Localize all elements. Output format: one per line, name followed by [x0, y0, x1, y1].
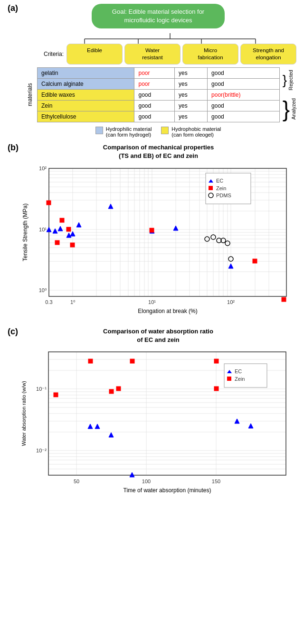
c-x-label: Time of water absorption (minutes)	[124, 487, 211, 494]
c-x-axis: 50 100 150	[74, 478, 220, 484]
section-a-label: (a)	[8, 4, 18, 12]
strength-val: good	[208, 101, 280, 111]
water-val: yes	[175, 101, 208, 111]
svg-text:50: 50	[74, 478, 79, 484]
table-row: Zein good yes good	[38, 101, 280, 111]
c-zein-point	[109, 389, 114, 394]
c-zein-point	[130, 359, 134, 363]
criteria-water: Waterresistant	[124, 44, 180, 64]
section-b-label: (b)	[8, 143, 19, 152]
c-legend-box	[224, 364, 267, 387]
zein-point	[150, 228, 154, 232]
materials-label: materials	[25, 67, 35, 122]
analyzed-label: Analyzed	[291, 98, 296, 120]
criteria-edible: Edible	[66, 44, 123, 64]
svg-text:150: 150	[212, 478, 220, 484]
zein-point	[47, 201, 51, 205]
svg-text:100: 100	[142, 478, 151, 484]
legend-hydrophilic: Hydrophilic material(can form hydrogel)	[95, 126, 152, 138]
section-c-label: (c)	[8, 327, 18, 336]
legend-hydrophilic-text: Hydrophilic material(can form hydrogel)	[106, 126, 152, 138]
legend-blue-box	[95, 127, 103, 134]
c-ec-point	[130, 472, 134, 477]
rejected-label: Rejected	[288, 70, 294, 90]
c-legend-zein-label: Zein	[235, 376, 245, 382]
materials-table-wrap: materials gelatin poor yes good Calcium …	[20, 67, 296, 122]
svg-text:10⁻²: 10⁻²	[36, 448, 47, 453]
c-ec-point	[88, 424, 93, 429]
ec-point	[53, 229, 57, 233]
ec-point	[58, 226, 63, 231]
table-row: Ethylcellulose good yes good	[38, 111, 280, 122]
c-legend-ec-label: EC	[235, 368, 242, 374]
chart-c: 50 100 150 10⁻² 10⁻¹ Time of water absor…	[20, 347, 296, 500]
c-zein-point	[88, 359, 93, 363]
c-zein-point	[116, 386, 121, 391]
strength-val: good	[208, 79, 280, 90]
chart-b: 0.3 1⁰ 10¹ 10² 10⁰ 10¹ 10² Elongation at…	[20, 164, 296, 322]
zein-point	[282, 297, 286, 302]
water-val: yes	[175, 90, 208, 101]
edible-val: poor	[134, 79, 175, 90]
c-y-label: Water absorption ratio (w/w)	[21, 381, 27, 446]
c-ec-point	[95, 424, 100, 429]
y-axis: 10⁰ 10¹ 10²	[39, 166, 47, 293]
chart-b-svg: 0.3 1⁰ 10¹ 10² 10⁰ 10¹ 10² Elongation at…	[20, 164, 296, 320]
water-val: yes	[175, 111, 208, 122]
material-name: Zein	[38, 101, 134, 111]
rejected-group: } Rejected	[283, 70, 294, 90]
legend-hydrophobic: Hydrophobic material(can form oleogel)	[161, 126, 221, 138]
c-legend-zein-symbol	[227, 377, 231, 381]
strength-val: good	[208, 111, 280, 122]
legend-zein-symbol	[209, 186, 213, 190]
c-ec-point	[248, 423, 253, 428]
y-label: Tensile Strength (MPa)	[22, 203, 28, 261]
zein-point	[70, 243, 75, 247]
section-a: (a) Goal: Edible material selection form…	[0, 0, 304, 139]
ec-points	[47, 204, 233, 268]
svg-text:10²: 10²	[227, 299, 235, 305]
legend-zein-label: Zein	[216, 185, 226, 191]
table-row: gelatin poor yes good	[38, 68, 280, 79]
material-name: Ethylcellulose	[38, 111, 134, 122]
edible-val: good	[134, 111, 175, 122]
criteria-label: Criteria:	[44, 51, 64, 57]
strength-val: poor(brittle)	[208, 90, 280, 101]
zein-point	[55, 240, 59, 245]
ec-point	[173, 226, 178, 230]
ec-point	[76, 222, 81, 227]
chart-b-title: Comparison of mechanical properties(TS a…	[20, 143, 296, 160]
legend-hydrophobic-text: Hydrophobic material(can form oleogel)	[171, 126, 221, 138]
water-val: yes	[175, 79, 208, 90]
material-name: Calcium alginate	[38, 79, 134, 90]
svg-text:1⁰: 1⁰	[70, 299, 76, 305]
svg-text:10¹: 10¹	[148, 299, 156, 305]
svg-text:10⁰: 10⁰	[39, 287, 47, 293]
analyzed-bracket: }	[283, 98, 290, 120]
edible-val: good	[134, 90, 175, 101]
goal-box: Goal: Edible material selection formicro…	[92, 4, 225, 28]
legend-pdms-label: PDMS	[216, 193, 231, 198]
c-ec-point	[109, 432, 114, 437]
criteria-micro: Microfabrication	[182, 44, 238, 64]
x-axis: 0.3 1⁰ 10¹ 10²	[45, 299, 235, 305]
table-row: Edible waxes good yes poor(brittle)	[38, 90, 280, 101]
analyzed-group: } Analyzed	[283, 98, 296, 120]
ec-point	[108, 204, 113, 209]
material-name: gelatin	[38, 68, 134, 79]
chart-c-title: Comparison of water absorption ratioof E…	[20, 327, 296, 344]
legend-yellow-box	[161, 127, 169, 134]
svg-text:10¹: 10¹	[39, 227, 47, 232]
x-label: Elongation at break (%)	[138, 308, 197, 314]
zein-point	[60, 218, 64, 222]
rejected-analyzed: } Rejected } Analyzed	[283, 67, 296, 122]
criteria-strength: Strength andelongation	[240, 44, 296, 64]
zein-point	[253, 259, 257, 263]
legend-ec-label: EC	[216, 178, 223, 184]
edible-val: good	[134, 101, 175, 111]
zein-point	[66, 227, 71, 231]
ec-point	[70, 231, 75, 236]
water-val: yes	[175, 68, 208, 79]
c-zein-point	[214, 359, 218, 363]
materials-table: gelatin poor yes good Calcium alginate p…	[37, 67, 280, 122]
